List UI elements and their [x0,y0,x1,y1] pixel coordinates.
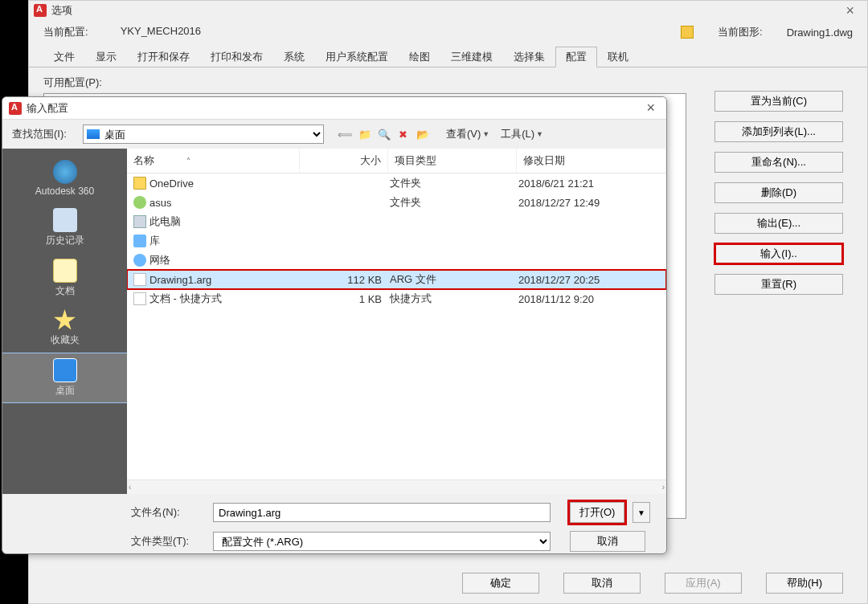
col-type[interactable]: 项目类型 [388,149,517,173]
file-name: 此电脑 [149,214,181,229]
file-size: 1 KB [300,293,390,305]
ok-button[interactable]: 确定 [462,573,539,594]
location-dropdown[interactable]: 桌面 [83,124,324,144]
options-title-text: 选项 [51,3,72,18]
sidebar-cloud[interactable]: Autodesk 360 [2,155,127,202]
col-date[interactable]: 修改日期 [517,149,666,173]
file-row[interactable]: 网络 [127,251,666,270]
tab-显示[interactable]: 显示 [85,47,127,67]
view-menu[interactable]: 查看(V) ▼ [446,127,489,141]
file-dialog-close-icon[interactable]: × [641,100,660,116]
fav-icon [54,309,76,332]
tab-打印和发布[interactable]: 打印和发布 [200,47,273,67]
tab-配置[interactable]: 配置 [555,47,597,67]
profile-buttons-column: 置为当前(C) 添加到列表(L)... 重命名(N)... 删除(D) 输出(E… [714,91,843,295]
file-row[interactable]: Drawing1.arg112 KBARG 文件2018/12/27 20:25 [127,270,666,289]
history-icon [53,208,77,232]
sidebar-label: 收藏夹 [51,333,80,347]
add-to-list-button[interactable]: 添加到列表(L)... [714,121,843,142]
filename-label: 文件名(N): [131,505,205,520]
options-bottom-buttons: 确定 取消 应用(A) 帮助(H) [29,573,867,594]
filename-input[interactable] [213,503,551,522]
pc-icon [133,215,146,228]
file-name: 文档 - 快捷方式 [149,292,222,306]
horizontal-scrollbar[interactable]: ‹› [127,480,666,494]
desktop-icon [53,358,77,382]
file-dialog-titlebar: 输入配置 × [2,97,666,120]
file-cancel-button[interactable]: 取消 [570,531,645,552]
tab-绘图[interactable]: 绘图 [399,47,440,67]
options-close-icon[interactable]: × [837,2,862,19]
tab-打开和保存[interactable]: 打开和保存 [127,47,200,67]
up-folder-icon[interactable]: 📁 [358,127,372,141]
file-date: 2018/12/27 12:49 [518,197,666,209]
options-tabstrip: 文件显示打开和保存打印和发布系统用户系统配置绘图三维建模选择集配置联机 [29,46,867,67]
file-rows[interactable]: OneDrive文件夹2018/6/21 21:21asus文件夹2018/12… [127,173,666,480]
filetype-dropdown[interactable]: 配置文件 (*.ARG) [213,532,551,551]
app-icon [9,102,22,115]
cloud-icon [53,160,77,184]
lib-icon [133,235,146,247]
file-list-header[interactable]: 名称 ˄ 大小 项目类型 修改日期 [127,149,666,173]
tab-联机[interactable]: 联机 [597,47,639,67]
user-icon [133,196,146,209]
delete-icon[interactable]: ✖ [396,127,411,141]
cancel-button[interactable]: 取消 [563,573,641,594]
reset-button[interactable]: 重置(R) [714,274,843,295]
search-icon[interactable]: 🔍 [377,127,391,141]
import-button[interactable]: 输入(I).. [714,243,843,264]
file-date: 2018/11/12 9:20 [518,293,666,305]
back-icon[interactable]: ⟸ [338,127,353,141]
file-row[interactable]: OneDrive文件夹2018/6/21 21:21 [127,173,666,193]
tools-menu[interactable]: 工具(L) ▼ [501,127,543,141]
new-folder-icon[interactable]: 📂 [416,127,430,141]
file-row[interactable]: 库 [127,231,666,251]
drawing-icon [681,26,694,39]
current-profile-label: 当前配置: [43,25,88,39]
app-icon [34,4,47,17]
delete-button[interactable]: 删除(D) [714,182,843,203]
sidebar-history[interactable]: 历史记录 [2,203,127,252]
tab-系统[interactable]: 系统 [273,47,315,67]
tab-三维建模[interactable]: 三维建模 [440,47,503,67]
toolbar-icons: ⟸ 📁 🔍 ✖ 📂 [338,127,430,141]
sidebar-docs[interactable]: 文档 [2,254,127,303]
profile-info-row: 当前配置: YKY_MECH2016 当前图形: Drawing1.dwg [29,20,867,44]
tab-文件[interactable]: 文件 [43,47,85,67]
sort-asc-icon: ˄ [186,157,190,165]
file-type: 文件夹 [390,176,518,190]
col-name[interactable]: 名称 [133,153,154,168]
net-icon [133,254,146,267]
file-type: ARG 文件 [390,272,518,287]
tab-用户系统配置[interactable]: 用户系统配置 [315,47,399,67]
places-sidebar: Autodesk 360历史记录文档收藏夹桌面 [2,149,127,494]
apply-button[interactable]: 应用(A) [665,573,742,594]
file-icon [133,273,146,286]
file-row[interactable]: asus文件夹2018/12/27 12:49 [127,193,666,212]
sidebar-desktop[interactable]: 桌面 [2,353,127,402]
open-dropdown-button[interactable]: ▼ [633,502,650,523]
file-row[interactable]: 此电脑 [127,212,666,231]
export-button[interactable]: 输出(E)... [714,213,843,234]
available-profiles-label: 可用配置(P): [43,76,853,90]
file-name: asus [149,197,171,209]
file-toolbar: 查找范围(I): 桌面 ⟸ 📁 🔍 ✖ 📂 查看(V) ▼ 工具(L) ▼ [2,120,666,149]
file-name: 网络 [149,253,170,267]
help-button[interactable]: 帮助(H) [766,573,843,594]
folder-icon [133,177,146,190]
set-current-button[interactable]: 置为当前(C) [714,91,843,112]
tab-选择集[interactable]: 选择集 [503,47,555,67]
file-row[interactable]: 文档 - 快捷方式1 KB快捷方式2018/11/12 9:20 [127,289,666,308]
file-name: Drawing1.arg [149,274,211,286]
file-footer: 文件名(N): 打开(O) ▼ 文件类型(T): 配置文件 (*.ARG) 取消 [2,494,666,554]
sidebar-fav[interactable]: 收藏夹 [2,304,127,352]
open-button[interactable]: 打开(O) [570,502,624,523]
rename-button[interactable]: 重命名(N)... [714,152,843,173]
file-date: 2018/12/27 20:25 [518,274,666,286]
docs-icon [53,259,77,283]
file-size: 112 KB [300,274,390,286]
file-dialog-title: 输入配置 [27,101,68,116]
sidebar-label: 文档 [55,284,75,298]
filetype-label: 文件类型(T): [131,534,205,549]
col-size[interactable]: 大小 [300,149,388,173]
